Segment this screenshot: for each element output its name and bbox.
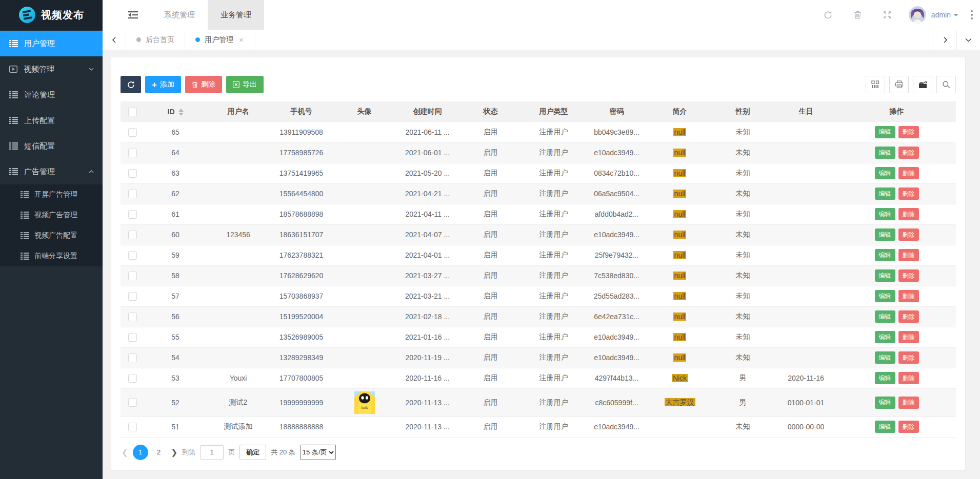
tab-home[interactable]: 后台首页 bbox=[126, 30, 185, 50]
sidebar-item-短信配置[interactable]: 短信配置 bbox=[0, 133, 103, 159]
prev-page-icon[interactable]: ❮ bbox=[122, 448, 128, 457]
row-checkbox[interactable] bbox=[128, 210, 137, 219]
row-delete-button[interactable]: 删除 bbox=[898, 397, 919, 409]
row-checkbox[interactable] bbox=[128, 190, 137, 198]
row-delete-button[interactable]: 删除 bbox=[898, 269, 919, 282]
edit-button[interactable]: 编辑 bbox=[875, 351, 895, 364]
export-button[interactable]: 导出 bbox=[226, 76, 264, 93]
row-checkbox[interactable] bbox=[128, 353, 137, 362]
list-icon bbox=[9, 117, 18, 124]
edit-button[interactable]: 编辑 bbox=[875, 331, 895, 343]
print-button[interactable] bbox=[889, 76, 909, 93]
cell-avatar bbox=[333, 327, 396, 347]
edit-button[interactable]: 编辑 bbox=[875, 147, 895, 159]
confirm-button[interactable]: 确定 bbox=[239, 445, 266, 460]
row-delete-button[interactable]: 删除 bbox=[898, 167, 919, 179]
row-delete-button[interactable]: 删除 bbox=[898, 351, 919, 364]
row-checkbox[interactable] bbox=[128, 374, 137, 383]
refresh-button[interactable] bbox=[121, 76, 141, 93]
top-tab-business[interactable]: 业务管理 bbox=[208, 0, 264, 30]
row-checkbox[interactable] bbox=[128, 313, 137, 321]
cell-status: 启用 bbox=[459, 286, 522, 306]
user-avatar[interactable] bbox=[909, 6, 926, 24]
row-delete-button[interactable]: 删除 bbox=[898, 249, 919, 261]
row-checkbox[interactable] bbox=[128, 251, 137, 260]
row-delete-button[interactable]: 删除 bbox=[898, 228, 919, 241]
add-button[interactable]: + 添加 bbox=[145, 76, 181, 93]
cell-intro: null bbox=[648, 204, 711, 224]
refresh-icon[interactable] bbox=[824, 11, 832, 19]
sidebar-item-用户管理[interactable]: 用户管理 bbox=[0, 31, 103, 56]
row-delete-button[interactable]: 删除 bbox=[898, 331, 919, 343]
edit-button[interactable]: 编辑 bbox=[875, 421, 895, 433]
top-tab-system[interactable]: 系统管理 bbox=[151, 0, 208, 30]
tab-user-management[interactable]: 用户管理 × bbox=[185, 30, 254, 50]
user-menu[interactable]: admin bbox=[931, 11, 958, 19]
row-checkbox[interactable] bbox=[128, 149, 137, 157]
edit-button[interactable]: 编辑 bbox=[875, 208, 895, 220]
sidebar-subitem-视频广告配置[interactable]: 视频广告配置 bbox=[0, 225, 103, 246]
columns-filter-button[interactable] bbox=[866, 76, 885, 93]
goto-page-input[interactable] bbox=[200, 445, 224, 460]
row-delete-button[interactable]: 删除 bbox=[898, 310, 919, 323]
select-all-checkbox[interactable] bbox=[128, 108, 137, 116]
cell-status: 启用 bbox=[459, 416, 522, 437]
search-button[interactable] bbox=[936, 76, 956, 93]
row-delete-button[interactable]: 删除 bbox=[898, 126, 919, 138]
row-checkbox[interactable] bbox=[128, 398, 137, 407]
sidebar-subitem-前端分享设置[interactable]: 前端分享设置 bbox=[0, 246, 103, 266]
edit-button[interactable]: 编辑 bbox=[875, 310, 895, 323]
row-delete-button[interactable]: 删除 bbox=[898, 188, 919, 200]
tabs-scroll-right-icon[interactable] bbox=[933, 30, 956, 50]
cell-intro: null bbox=[648, 306, 711, 327]
edit-button[interactable]: 编辑 bbox=[875, 290, 895, 302]
edit-button[interactable]: 编辑 bbox=[875, 188, 895, 200]
edit-button[interactable]: 编辑 bbox=[875, 397, 895, 409]
cell-created: 2021-04-11 ... bbox=[396, 204, 459, 224]
row-checkbox[interactable] bbox=[128, 231, 137, 239]
page-number-1[interactable]: 1 bbox=[133, 445, 148, 460]
close-icon[interactable]: × bbox=[239, 35, 244, 44]
edit-button[interactable]: 编辑 bbox=[875, 228, 895, 241]
cell-user-type: 注册用户 bbox=[522, 327, 585, 347]
row-checkbox[interactable] bbox=[128, 423, 137, 431]
more-options-icon[interactable] bbox=[971, 10, 973, 19]
row-checkbox[interactable] bbox=[128, 333, 137, 342]
sidebar-subitem-开屏广告管理[interactable]: 开屏广告管理 bbox=[0, 184, 103, 205]
sidebar-item-label: 评论管理 bbox=[24, 90, 55, 100]
column-header-ID[interactable]: ID bbox=[144, 101, 207, 122]
sidebar-toggle-icon[interactable] bbox=[128, 11, 138, 19]
row-checkbox[interactable] bbox=[128, 128, 137, 137]
intro-highlight: null bbox=[673, 272, 687, 280]
sidebar-item-广告管理[interactable]: 广告管理 bbox=[0, 159, 103, 184]
next-page-icon[interactable]: ❯ bbox=[171, 448, 178, 457]
page-number-2[interactable]: 2 bbox=[151, 445, 167, 460]
export-data-button[interactable] bbox=[913, 76, 932, 93]
sidebar-item-评论管理[interactable]: 评论管理 bbox=[0, 82, 103, 108]
row-delete-button[interactable]: 删除 bbox=[898, 372, 919, 384]
delete-button[interactable]: 删除 bbox=[185, 76, 222, 93]
sidebar-subitem-视频广告管理[interactable]: 视频广告管理 bbox=[0, 205, 103, 225]
per-page-select[interactable]: 15 条/页 bbox=[300, 445, 336, 460]
edit-button[interactable]: 编辑 bbox=[875, 372, 895, 384]
fullscreen-icon[interactable] bbox=[883, 11, 891, 19]
row-delete-button[interactable]: 删除 bbox=[898, 290, 919, 302]
edit-button[interactable]: 编辑 bbox=[875, 249, 895, 261]
edit-button[interactable]: 编辑 bbox=[875, 167, 895, 179]
cell-created: 2021-01-16 ... bbox=[396, 327, 459, 347]
row-delete-button[interactable]: 删除 bbox=[898, 147, 919, 159]
row-delete-button[interactable]: 删除 bbox=[898, 421, 919, 433]
sort-icon[interactable] bbox=[178, 109, 184, 116]
sidebar-item-上传配置[interactable]: 上传配置 bbox=[0, 108, 103, 133]
edit-button[interactable]: 编辑 bbox=[875, 269, 895, 282]
row-checkbox[interactable] bbox=[128, 292, 137, 301]
sidebar-item-视频管理[interactable]: 视频管理 bbox=[0, 56, 103, 82]
edit-button[interactable]: 编辑 bbox=[875, 126, 895, 138]
tabs-scroll-left-icon[interactable] bbox=[103, 30, 126, 50]
tabs-menu-icon[interactable] bbox=[956, 30, 980, 50]
row-checkbox[interactable] bbox=[128, 169, 137, 178]
row-checkbox[interactable] bbox=[128, 272, 137, 280]
trash-icon[interactable] bbox=[854, 11, 862, 19]
row-delete-button[interactable]: 删除 bbox=[898, 208, 919, 220]
table-row: 62155644548002021-04-21 ...启用注册用户06a5ac9… bbox=[121, 183, 956, 204]
